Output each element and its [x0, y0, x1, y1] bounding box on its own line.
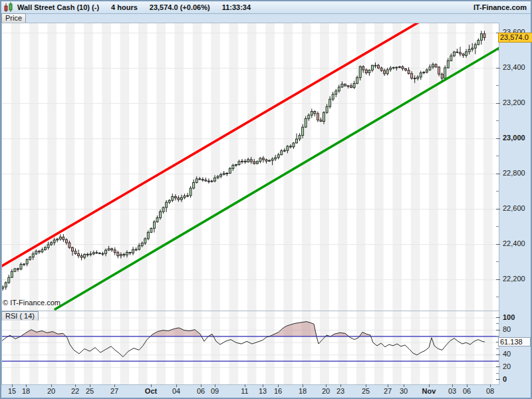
y-axis-minor-tick [496, 191, 499, 192]
rsi-axis-label: 40 [503, 350, 511, 358]
chart-window: Wall Street Cash (10) (-) 4 hours 23,574… [0, 0, 532, 399]
y-axis-tick [496, 68, 500, 68]
rsi-axis-tick [496, 354, 500, 355]
x-axis-tick [12, 384, 13, 387]
rsi-axis-label: 0 [503, 375, 507, 383]
x-axis-tick [176, 384, 177, 387]
rsi-axis-minor-tick [496, 373, 499, 374]
x-axis-tick [75, 384, 76, 387]
rsi-axis-minor-tick [496, 336, 499, 336]
x-axis-tick [467, 384, 467, 387]
x-axis-tick [452, 384, 453, 387]
rsi-axis-label: 80 [503, 325, 511, 333]
x-axis-label: 06 [463, 387, 471, 395]
price-panel[interactable] [1, 23, 499, 311]
x-axis-label: 16 [274, 387, 282, 395]
price-chart-canvas[interactable] [2, 23, 499, 311]
y-axis-minor-tick [496, 85, 499, 86]
x-axis-label: 18 [22, 387, 30, 395]
x-axis-label: 04 [172, 387, 180, 395]
y-axis-label: 22,400 [503, 239, 525, 247]
chart-header: Wall Street Cash (10) (-) 4 hours 23,574… [1, 1, 531, 14]
x-axis-tick [303, 384, 303, 387]
copyright-watermark: © IT-Finance.com [3, 299, 61, 307]
y-axis-label: 23,200 [503, 98, 525, 106]
tab-price[interactable]: Price [1, 13, 26, 23]
x-axis-tick [388, 384, 388, 387]
x-axis-tick [245, 384, 245, 387]
x-axis-label: Nov [422, 387, 436, 395]
rsi-axis-tick [496, 317, 500, 318]
y-axis-minor-tick [496, 50, 499, 51]
x-axis-label: 23 [336, 387, 344, 395]
y-axis-minor-tick [496, 120, 499, 121]
rsi-axis-minor-tick [496, 323, 499, 324]
rsi-axis-label: 100 [503, 313, 515, 321]
x-axis-tick [90, 384, 90, 387]
x-axis-label: 03 [448, 387, 456, 395]
x-axis-label: 25 [86, 387, 94, 395]
x-axis-label: 09 [211, 387, 219, 395]
x-axis-tick [429, 384, 430, 387]
y-axis-tick [496, 244, 500, 245]
x-axis-label: 06 [197, 387, 205, 395]
rsi-axis-minor-tick [496, 360, 499, 361]
y-axis-label: 23,400 [503, 63, 525, 71]
rsi-panel[interactable] [1, 311, 499, 385]
x-axis-label: 13 [259, 387, 267, 395]
x-axis-tick [404, 384, 404, 387]
brand-label: IT-Finance.com [473, 3, 527, 11]
x-axis-tick [278, 384, 279, 387]
x-axis-tick [215, 384, 215, 387]
x-axis-tick [51, 384, 52, 387]
rsi-axis-tick [496, 379, 500, 380]
y-axis-tick [496, 209, 500, 209]
x-axis-tick [26, 384, 27, 387]
rsi-axis-minor-tick [496, 348, 499, 349]
x-axis-label: 25 [362, 387, 370, 395]
timeframe-label[interactable]: 4 hours [111, 3, 138, 11]
x-axis-label: 20 [47, 387, 55, 395]
x-axis-label: 15 [8, 387, 16, 395]
y-axis-tick [496, 103, 500, 104]
instrument-name: Wall Street Cash (10) (-) [17, 3, 99, 11]
y-axis-label: 22,600 [503, 204, 525, 212]
x-axis-tick [326, 384, 327, 387]
clock-label: 11:33:34 [222, 3, 251, 11]
x-axis-label: 22 [71, 387, 79, 395]
y-axis-tick [496, 138, 500, 139]
x-axis-label: 20 [322, 387, 330, 395]
tab-rsi[interactable]: RSI ( 14) [1, 311, 39, 321]
x-axis-tick [201, 384, 201, 387]
x-axis-tick [263, 384, 263, 387]
current-price-tag: 23,574.0 [498, 33, 532, 43]
x-axis-label: 30 [400, 387, 408, 395]
x-axis-label: 08 [486, 387, 494, 395]
y-axis-minor-tick [496, 297, 499, 297]
rsi-value-tag: 61.138 [498, 337, 531, 346]
y-axis-tick [496, 279, 500, 280]
y-axis-minor-tick [496, 226, 499, 227]
rsi-chart-canvas[interactable] [2, 311, 499, 384]
x-axis-label: Oct [145, 387, 157, 395]
x-axis-label: 18 [299, 387, 307, 395]
rsi-axis-label: 20 [503, 362, 511, 370]
candlestick-icon [4, 2, 13, 13]
y-axis-tick [496, 174, 500, 174]
x-axis-tick [340, 384, 341, 387]
x-axis-label: 11 [241, 387, 248, 395]
x-axis-label: 27 [384, 387, 392, 395]
y-axis-label: 22,800 [503, 169, 525, 177]
x-axis-tick [366, 384, 366, 387]
rsi-axis-tick [496, 366, 500, 367]
quote-label: 23,574.0 (+0.06%) [150, 3, 210, 11]
y-axis-label: 23,000 [503, 134, 525, 142]
rsi-axis-tick [496, 330, 500, 331]
x-axis-tick [114, 384, 115, 387]
y-axis-minor-tick [496, 261, 499, 262]
x-axis-label: 27 [110, 387, 118, 395]
x-axis-tick [490, 384, 491, 387]
y-axis-label: 22,200 [503, 275, 525, 283]
x-axis-tick [151, 384, 152, 387]
y-axis-minor-tick [496, 156, 499, 156]
